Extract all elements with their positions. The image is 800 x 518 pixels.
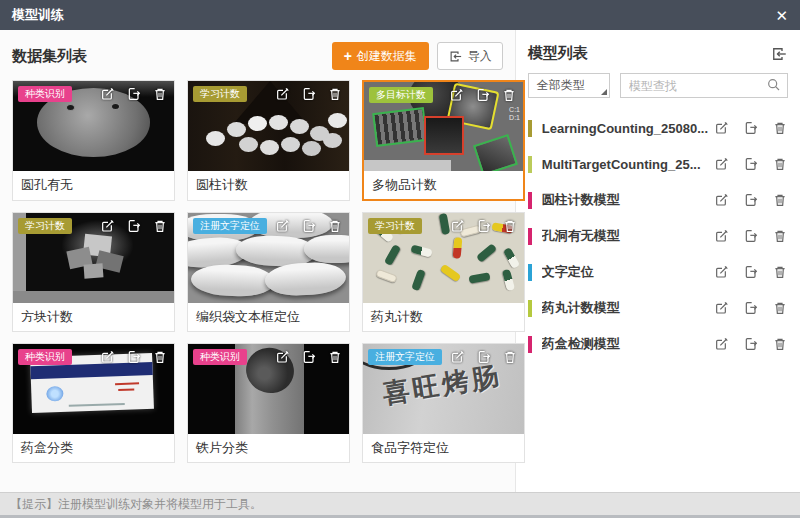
dataset-card-selected[interactable]: C:1 D:1 多目标计数 多物品计数	[362, 80, 525, 201]
export-icon[interactable]	[126, 218, 142, 234]
edit-icon[interactable]	[714, 228, 730, 244]
trash-icon[interactable]	[327, 86, 343, 102]
edit-icon[interactable]	[275, 86, 291, 102]
export-icon[interactable]	[301, 349, 317, 365]
edit-icon[interactable]	[714, 336, 730, 352]
model-actions	[714, 336, 788, 352]
thumb-shape	[191, 264, 276, 297]
edit-icon[interactable]	[100, 218, 116, 234]
model-color-bar	[528, 192, 532, 209]
export-icon[interactable]	[743, 300, 759, 316]
dataset-name: 铁片分类	[188, 434, 349, 462]
edit-icon[interactable]	[714, 192, 730, 208]
export-icon[interactable]	[743, 228, 759, 244]
export-icon[interactable]	[743, 156, 759, 172]
close-icon[interactable]: ✕	[775, 8, 788, 23]
export-icon[interactable]	[301, 86, 317, 102]
edit-icon[interactable]	[449, 87, 465, 103]
trash-icon[interactable]	[502, 218, 518, 234]
edit-icon[interactable]	[275, 349, 291, 365]
dataset-type-tag: 注册文字定位	[193, 218, 267, 234]
model-row[interactable]: 文字定位	[528, 254, 788, 290]
trash-icon[interactable]	[772, 264, 788, 280]
model-type-dropdown[interactable]: 全部类型	[528, 73, 610, 98]
export-icon[interactable]	[743, 264, 759, 280]
dataset-card[interactable]: 注册文字定位 编织袋文本框定位	[187, 212, 350, 332]
export-icon[interactable]	[475, 87, 491, 103]
dataset-card[interactable]: 喜旺烤肠 注册文字定位 食品字符定位	[362, 343, 525, 463]
search-icon[interactable]	[766, 77, 782, 93]
trash-icon[interactable]	[501, 87, 517, 103]
thumb-bounding-box-green	[473, 134, 518, 171]
export-icon[interactable]	[743, 120, 759, 136]
card-actions	[275, 218, 343, 234]
trash-icon[interactable]	[327, 218, 343, 234]
trash-icon[interactable]	[152, 218, 168, 234]
thumb-shape	[384, 244, 401, 266]
export-icon[interactable]	[126, 86, 142, 102]
create-dataset-label: 创建数据集	[357, 48, 417, 65]
export-icon[interactable]	[126, 349, 142, 365]
thumb-shape	[476, 243, 497, 263]
trash-icon[interactable]	[152, 349, 168, 365]
edit-icon[interactable]	[450, 218, 466, 234]
model-panel-title: 模型列表	[528, 44, 588, 63]
trash-icon[interactable]	[327, 349, 343, 365]
model-search	[620, 73, 788, 98]
edit-icon[interactable]	[275, 218, 291, 234]
import-dataset-button[interactable]: 导入	[437, 42, 503, 70]
thumb-package-text: 喜旺烤肠	[380, 358, 504, 412]
import-model-icon[interactable]	[770, 45, 788, 63]
dataset-card[interactable]: 种类识别 圆孔有无	[12, 80, 175, 201]
model-actions	[714, 120, 788, 136]
thumb-shape	[411, 269, 426, 291]
export-icon[interactable]	[743, 192, 759, 208]
thumb-bounding-box-red	[424, 116, 464, 155]
trash-icon[interactable]	[152, 86, 168, 102]
edit-icon[interactable]	[714, 120, 730, 136]
model-row[interactable]: 药丸计数模型	[528, 290, 788, 326]
dataset-name: 药丸计数	[363, 303, 524, 331]
trash-icon[interactable]	[772, 192, 788, 208]
dataset-card[interactable]: 种类识别 药盒分类	[12, 343, 175, 463]
edit-icon[interactable]	[100, 86, 116, 102]
dataset-grid: 种类识别 圆孔有无 学习计数	[0, 78, 515, 473]
export-icon[interactable]	[301, 218, 317, 234]
export-icon[interactable]	[743, 336, 759, 352]
trash-icon[interactable]	[502, 349, 518, 365]
dataset-card[interactable]: 学习计数 圆柱计数	[187, 80, 350, 201]
model-row[interactable]: 孔洞有无模型	[528, 218, 788, 254]
dataset-card[interactable]: 学习计数 药丸计数	[362, 212, 525, 332]
create-dataset-button[interactable]: + 创建数据集	[332, 42, 429, 70]
model-color-bar	[528, 120, 532, 137]
model-row[interactable]: MultiTargetCounting_25...	[528, 146, 788, 182]
trash-icon[interactable]	[772, 120, 788, 136]
model-name: 文字定位	[542, 263, 708, 281]
dropdown-corner-icon	[601, 89, 607, 95]
title-bar: 模型训练 ✕	[0, 0, 800, 30]
model-panel: 模型列表 全部类型 LearningCounting_25080...	[515, 30, 800, 492]
model-name: 药丸计数模型	[542, 299, 708, 317]
trash-icon[interactable]	[772, 336, 788, 352]
dataset-card[interactable]: 学习计数 方块计数	[12, 212, 175, 332]
edit-icon[interactable]	[714, 264, 730, 280]
plus-icon: +	[344, 48, 352, 64]
edit-icon[interactable]	[714, 156, 730, 172]
trash-icon[interactable]	[772, 228, 788, 244]
dataset-type-tag: 学习计数	[18, 218, 72, 234]
thumb-shape	[452, 237, 462, 259]
dataset-card[interactable]: 种类识别 铁片分类	[187, 343, 350, 463]
edit-icon[interactable]	[450, 349, 466, 365]
model-row[interactable]: 药盒检测模型	[528, 326, 788, 362]
edit-icon[interactable]	[100, 349, 116, 365]
dataset-type-tag: 学习计数	[193, 86, 247, 102]
export-icon[interactable]	[476, 218, 492, 234]
model-row[interactable]: 圆柱计数模型	[528, 182, 788, 218]
trash-icon[interactable]	[772, 300, 788, 316]
export-icon[interactable]	[476, 349, 492, 365]
trash-icon[interactable]	[772, 156, 788, 172]
model-row[interactable]: LearningCounting_25080...	[528, 110, 788, 146]
dataset-name: 食品字符定位	[363, 434, 524, 462]
edit-icon[interactable]	[714, 300, 730, 316]
model-search-input[interactable]	[620, 73, 788, 98]
